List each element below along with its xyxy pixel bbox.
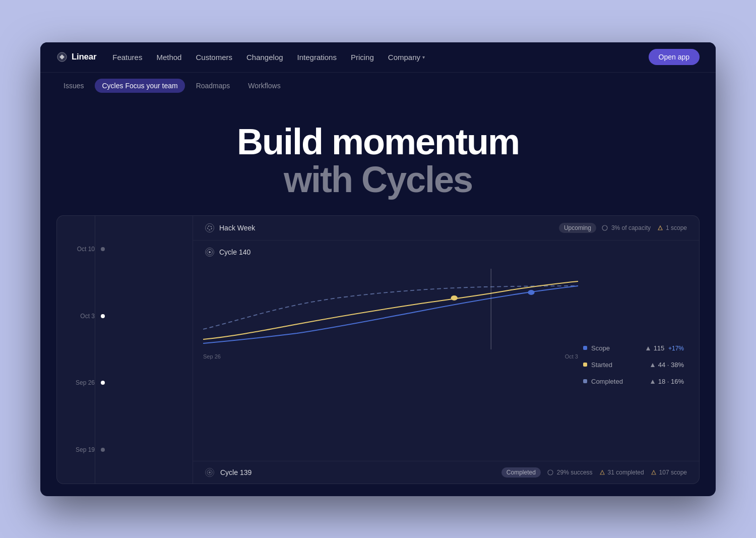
nav-method[interactable]: Method [156, 53, 181, 62]
triangle-icon-3 [651, 380, 655, 384]
nav-customers[interactable]: Customers [196, 53, 232, 62]
play-icon [206, 249, 213, 256]
svg-marker-4 [209, 251, 212, 253]
svg-marker-2 [658, 226, 662, 230]
triangle-meta-icon-2 [651, 470, 656, 475]
cycle-140-row[interactable]: Cycle 140 [193, 241, 699, 264]
cycle-139-name: Cycle 139 [220, 468, 251, 476]
subnav-roadmaps[interactable]: Roadmaps [189, 79, 237, 93]
completed-cycle-icon [207, 469, 213, 475]
started-color [583, 363, 587, 367]
svg-point-6 [528, 290, 534, 295]
burnup-chart [203, 269, 578, 349]
timeline-dot-sep26 [101, 381, 105, 385]
subnav-issues[interactable]: Issues [56, 79, 91, 93]
svg-point-13 [548, 470, 553, 475]
linear-logo-icon [56, 51, 68, 63]
logo-area: Linear [56, 51, 96, 63]
completed-badge: Completed [501, 467, 541, 477]
timeline-dot-oct10 [101, 247, 105, 251]
chart-and-legend: Sep 26 Oct 3 Scope [203, 269, 689, 461]
timeline-dot-sep19 [101, 448, 105, 452]
content-area: Oct 10 Oct 3 Sep 26 Sep 19 [40, 215, 716, 496]
svg-point-12 [209, 471, 211, 473]
legend-scope: Scope 115 +17% [583, 344, 684, 352]
hack-week-name: Hack Week [219, 224, 255, 232]
cycle-139-row[interactable]: Cycle 139 Completed 29% success 31 compl [193, 461, 699, 484]
hack-week-meta: 3% of capacity 1 scope [601, 224, 687, 231]
cycle-139-meta: 29% success 31 completed 107 scope [547, 469, 687, 476]
hack-week-icon [205, 223, 214, 232]
timeline-oct3: Oct 3 [57, 282, 193, 349]
subnav-workflows[interactable]: Workflows [241, 79, 287, 93]
svg-point-1 [602, 225, 607, 230]
chevron-down-icon: ▾ [422, 54, 425, 60]
timeline-line [95, 216, 95, 484]
svg-marker-8 [646, 346, 650, 350]
hero-section: Build momentum with Cycles [40, 99, 716, 215]
svg-point-0 [208, 226, 212, 230]
nav-features[interactable]: Features [112, 53, 142, 62]
triangle-meta-icon [600, 470, 605, 475]
triangle-icon-2 [651, 363, 655, 367]
timeline-sep26: Sep 26 [57, 349, 193, 416]
chart-svg-area: Sep 26 Oct 3 [203, 269, 578, 461]
cycle-139-icon [205, 468, 214, 477]
timeline-dot-oct3 [101, 314, 105, 318]
svg-marker-14 [600, 470, 604, 474]
nav-pricing[interactable]: Pricing [351, 53, 374, 62]
chart-x-labels: Sep 26 Oct 3 [203, 351, 578, 364]
browser-window: Linear Features Method Customers Changel… [40, 42, 716, 496]
svg-marker-15 [652, 470, 656, 474]
timeline-sep19: Sep 19 [57, 416, 193, 484]
svg-marker-9 [651, 363, 655, 367]
hero-title: Build momentum with Cycles [56, 123, 700, 199]
card-inner: Oct 10 Oct 3 Sep 26 Sep 19 [57, 216, 699, 484]
nav-links: Features Method Customers Changelog Inte… [112, 53, 648, 62]
scope-warning-icon [658, 225, 663, 230]
upcoming-icon [207, 225, 213, 231]
timeline-oct10: Oct 10 [57, 216, 193, 283]
chart-legend: Scope 115 +17% Started [578, 269, 689, 461]
hack-week-row[interactable]: Hack Week Upcoming 3% of capacity 1 scop [193, 216, 699, 241]
svg-point-5 [451, 295, 458, 301]
cycles-card: Oct 10 Oct 3 Sep 26 Sep 19 [56, 215, 700, 484]
nav-changelog[interactable]: Changelog [246, 53, 283, 62]
legend-completed: Completed 18 · 16% [583, 378, 684, 385]
capacity-icon [601, 224, 608, 231]
open-app-button[interactable]: Open app [649, 49, 700, 65]
completed-color [583, 379, 587, 383]
navbar: Linear Features Method Customers Changel… [40, 42, 716, 73]
scope-color [583, 346, 587, 350]
subnav: Issues Cycles Focus your team Roadmaps W… [40, 73, 716, 99]
timeline-column: Oct 10 Oct 3 Sep 26 Sep 19 [57, 216, 193, 484]
logo-text: Linear [72, 52, 96, 62]
main-panel: Hack Week Upcoming 3% of capacity 1 scop [193, 216, 699, 484]
chart-area: Sep 26 Oct 3 Scope [193, 264, 699, 461]
success-icon [547, 469, 554, 476]
nav-company[interactable]: Company ▾ [388, 53, 425, 62]
cycle-140-icon [205, 248, 214, 257]
legend-started: Started 44 · 38% [583, 361, 684, 369]
subnav-cycles-focus[interactable]: Cycles Focus your team [95, 79, 184, 93]
triangle-icon [646, 346, 650, 350]
upcoming-badge: Upcoming [559, 223, 596, 233]
nav-integrations[interactable]: Integrations [297, 53, 337, 62]
svg-marker-10 [651, 380, 655, 384]
cycle-140-name: Cycle 140 [219, 248, 250, 256]
